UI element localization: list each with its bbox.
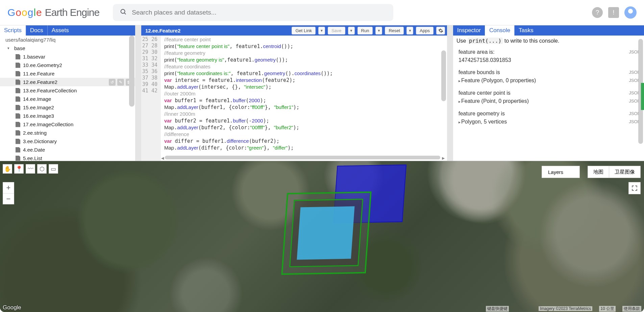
script-item[interactable]: 10.ee.Geometry2 bbox=[0, 61, 135, 69]
terms-link[interactable]: 使用条款 bbox=[622, 306, 641, 312]
edge-marker bbox=[641, 83, 644, 110]
layers-button[interactable]: Layers bbox=[542, 166, 580, 178]
expand-caret-icon[interactable]: ▸ bbox=[459, 99, 461, 104]
json-tag[interactable]: JSON bbox=[622, 76, 641, 85]
maptype-map[interactable]: 地图 bbox=[588, 166, 609, 178]
json-tag[interactable]: JSON bbox=[622, 89, 641, 97]
search-box[interactable] bbox=[113, 4, 393, 21]
apps-button[interactable]: Apps bbox=[416, 27, 434, 35]
reset-button[interactable]: Reset bbox=[385, 27, 404, 35]
tab-assets[interactable]: Assets bbox=[47, 25, 73, 36]
fullscreen-icon[interactable] bbox=[628, 182, 641, 194]
json-tag[interactable]: JSON bbox=[622, 48, 641, 56]
script-item[interactable]: 13.ee.FeatureCollection bbox=[0, 86, 135, 95]
expand-caret-icon[interactable]: ▸ bbox=[459, 120, 461, 125]
console-entry-value[interactable]: ▸Feature (Point, 0 properties) bbox=[459, 97, 622, 106]
console-entry-label: feature bounds is bbox=[459, 68, 622, 76]
script-item[interactable]: 16.ee.Image3 bbox=[0, 112, 135, 120]
script-item[interactable]: 4.ee.Date bbox=[0, 146, 135, 154]
point-marker-icon[interactable]: 📍 bbox=[14, 164, 24, 174]
code-editor[interactable]: 25 26 27 28 29 30 31 32 33 34 35 36 37 3… bbox=[141, 36, 447, 161]
map-attribution: 键盘快捷键 Imagery ©2023 TerraMetrics 10 公里 使… bbox=[0, 305, 644, 312]
getlink-button[interactable]: Get Link bbox=[292, 27, 315, 35]
tab-scripts[interactable]: Scripts bbox=[0, 25, 26, 36]
rectangle-icon[interactable]: ▭ bbox=[49, 164, 58, 174]
console-output[interactable]: Use print(...) to write to this console.… bbox=[453, 36, 644, 161]
console-entry[interactable]: feature center point isJSON▸Feature (Poi… bbox=[459, 89, 641, 106]
svg-point-0 bbox=[121, 9, 125, 14]
editor-hscrollbar[interactable] bbox=[165, 156, 440, 159]
script-item[interactable]: 1.basevar bbox=[0, 52, 135, 61]
scripts-scrollbar[interactable] bbox=[129, 36, 134, 107]
console-entry-value[interactable]: 1474257158.0391853 bbox=[459, 56, 641, 64]
tab-tasks[interactable]: Tasks bbox=[514, 25, 537, 36]
run-caret[interactable]: ▼ bbox=[375, 27, 382, 35]
script-item[interactable]: 15.ee.Image2 bbox=[0, 103, 135, 112]
polygon-icon[interactable]: ⬡ bbox=[37, 164, 47, 174]
script-item[interactable]: 5.ee.List bbox=[0, 154, 135, 161]
settings-gear-icon[interactable] bbox=[436, 27, 445, 35]
workspace-panels: Scripts Docs Assets users/laolaiqiang77/… bbox=[0, 25, 644, 161]
getlink-caret[interactable]: ▼ bbox=[318, 27, 325, 35]
tab-console[interactable]: Console bbox=[485, 25, 514, 36]
script-item[interactable]: 14.ee.Image bbox=[0, 95, 135, 103]
console-hint: Use print(...) to write to this console. bbox=[456, 38, 641, 44]
help-icon[interactable]: ? bbox=[592, 7, 603, 18]
reset-caret[interactable]: ▼ bbox=[406, 27, 413, 35]
search-input[interactable] bbox=[132, 9, 387, 16]
repo-path[interactable]: users/laolaiqiang77/liq bbox=[0, 36, 135, 44]
code-area[interactable]: //feature center point print("feature ce… bbox=[161, 36, 447, 161]
file-icon bbox=[16, 156, 20, 161]
save-button[interactable]: Save bbox=[328, 27, 345, 35]
script-item[interactable]: 11.ee.Feature bbox=[0, 69, 135, 78]
script-item[interactable]: 17.ee.ImageCollection bbox=[0, 120, 135, 129]
expand-caret-icon[interactable]: ▸ bbox=[459, 79, 461, 83]
file-icon bbox=[16, 122, 20, 127]
account-avatar-icon[interactable] bbox=[624, 6, 637, 19]
zoom-in-button[interactable]: + bbox=[3, 182, 14, 193]
console-entry-label: feature center point is bbox=[459, 89, 622, 97]
svg-line-1 bbox=[124, 13, 126, 14]
script-item[interactable]: 3.ee.Dictionary bbox=[0, 137, 135, 146]
file-icon bbox=[16, 105, 20, 110]
scripts-tabbar: Scripts Docs Assets bbox=[0, 25, 135, 36]
tab-docs[interactable]: Docs bbox=[26, 25, 47, 36]
json-tag[interactable]: JSON bbox=[622, 97, 641, 106]
console-entry-value[interactable]: ▸Polygon, 5 vertices bbox=[459, 118, 622, 126]
file-icon bbox=[16, 71, 20, 76]
feedback-icon[interactable]: ! bbox=[608, 7, 619, 18]
console-entry[interactable]: feature geometry isJSON▸Polygon, 5 verti… bbox=[459, 110, 641, 126]
json-tag[interactable]: JSON bbox=[622, 110, 641, 118]
script-item[interactable]: 2.ee.string bbox=[0, 129, 135, 137]
maptype-satellite[interactable]: 卫星图像 bbox=[609, 166, 641, 178]
edit-icon[interactable]: ✎ bbox=[117, 79, 124, 86]
line-icon[interactable]: 〰 bbox=[26, 164, 35, 174]
save-caret[interactable]: ▼ bbox=[348, 27, 355, 35]
search-icon bbox=[120, 8, 127, 17]
hscroll-left-icon[interactable]: ◀ bbox=[160, 156, 165, 160]
file-icon bbox=[16, 63, 20, 68]
run-button[interactable]: Run bbox=[357, 27, 373, 35]
zoom-out-button[interactable]: − bbox=[3, 193, 14, 204]
scripts-tree[interactable]: users/laolaiqiang77/liq base 1.basevar10… bbox=[0, 36, 135, 161]
app-header: Google Earth Engine ? ! bbox=[0, 0, 644, 25]
map-canvas[interactable]: ✋ 📍 〰 ⬡ ▭ + − Layers 地图 卫星图像 Google 键盘快捷… bbox=[0, 161, 644, 312]
console-entry[interactable]: feature bounds isJSON▸Feature (Polygon, … bbox=[459, 68, 641, 85]
maptype-switch: 地图 卫星图像 bbox=[588, 166, 641, 178]
file-icon bbox=[16, 88, 20, 93]
script-item[interactable]: 12.ee.Feature2↺✎🗑 bbox=[0, 78, 135, 86]
panel-resizer-right[interactable] bbox=[449, 25, 451, 161]
json-tag[interactable]: JSON bbox=[622, 68, 641, 76]
folder-base[interactable]: base bbox=[0, 44, 135, 52]
tab-inspector[interactable]: Inspector bbox=[453, 25, 485, 36]
console-entry-value[interactable]: ▸Feature (Polygon, 0 properties) bbox=[459, 76, 622, 85]
editor-vscrollbar[interactable] bbox=[441, 50, 446, 101]
console-entry[interactable]: feature area is:JSON1474257158.0391853 bbox=[459, 48, 641, 64]
keyboard-shortcuts[interactable]: 键盘快捷键 bbox=[486, 306, 509, 312]
pan-hand-icon[interactable]: ✋ bbox=[3, 164, 12, 174]
panel-resizer-left[interactable] bbox=[137, 25, 139, 161]
hscroll-right-icon[interactable]: ▶ bbox=[441, 156, 446, 160]
history-icon[interactable]: ↺ bbox=[109, 79, 116, 86]
json-tag[interactable]: JSON bbox=[622, 118, 641, 126]
overlay-buffer-inner[interactable] bbox=[297, 206, 354, 260]
